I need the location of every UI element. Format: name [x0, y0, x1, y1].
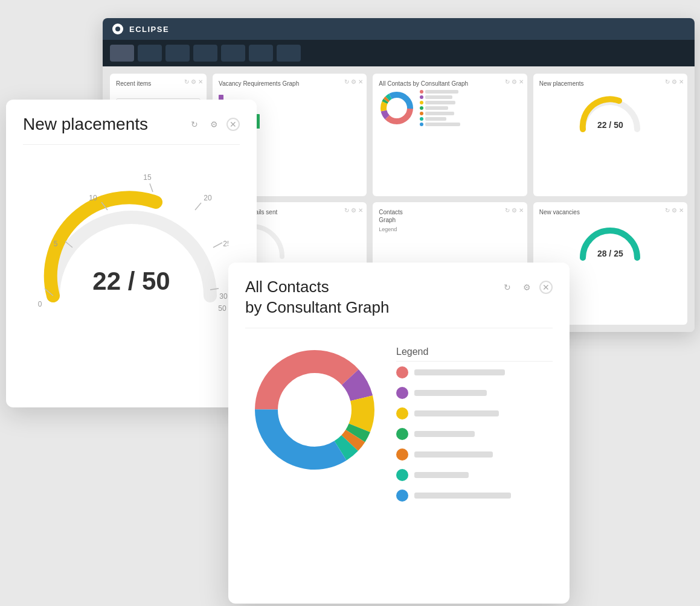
toolbar-btn-home[interactable]: [110, 45, 134, 62]
contacts-donut-area: [245, 340, 384, 479]
toolbar-btn-1[interactable]: [138, 45, 162, 62]
close-icon[interactable]: ✕: [519, 207, 524, 214]
contacts-mini-body: [379, 90, 521, 126]
legend-item-6: [396, 469, 553, 481]
widget-icons: ↻ ⚙ ✕: [665, 207, 684, 214]
legend-dot-5: [396, 448, 408, 461]
legend-bar-2: [414, 390, 487, 396]
widget-icons: ↻ ⚙ ✕: [344, 78, 363, 85]
mini-donut-svg: [379, 90, 415, 126]
close-icon[interactable]: ✕: [679, 207, 684, 214]
legend-bar-6: [414, 472, 469, 478]
legend-bar-1: [414, 369, 505, 375]
placements-gauge-wrapper: 0 5 10 15 20 25 30 50 22 / 50: [35, 157, 228, 314]
legend-bar-7: [414, 493, 511, 499]
widget-icons: ↻ ⚙ ✕: [344, 207, 363, 214]
svg-line-16: [195, 203, 201, 210]
widget-new-placements-mini: ↻ ⚙ ✕ New placements 22 / 50: [533, 74, 687, 196]
legend-bar-3: [414, 410, 499, 416]
svg-line-14: [150, 183, 153, 192]
vacancy-title: Vacancy Requirements Graph: [219, 80, 361, 88]
widget-icons: ↻ ⚙ ✕: [505, 78, 524, 85]
legend-dot-6: [396, 469, 408, 481]
contacts-mini-title: All Contacts by Consultant Graph: [379, 80, 521, 88]
legend-item-5: [420, 112, 460, 115]
vacancies-mini-gauge: 28 / 25: [539, 218, 681, 258]
svg-text:50: 50: [218, 304, 226, 313]
widget-icons: ↻ ⚙ ✕: [184, 78, 203, 85]
settings-icon[interactable]: ⚙: [191, 78, 196, 85]
placements-mini-value: 22 / 50: [597, 120, 623, 130]
legend-dot-2: [396, 387, 408, 399]
refresh-icon[interactable]: ↻: [344, 207, 349, 214]
svg-text:30: 30: [219, 292, 228, 301]
contacts-divider: [245, 328, 553, 328]
contacts-close-icon[interactable]: ✕: [539, 281, 553, 294]
contacts-refresh-icon[interactable]: ↻: [501, 281, 514, 294]
contacts-card-title: All Contacts by Consultant Graph: [245, 277, 389, 318]
close-icon[interactable]: ✕: [358, 78, 363, 85]
legend-dot-4: [396, 428, 408, 440]
settings-icon[interactable]: ⚙: [672, 78, 677, 85]
placements-refresh-icon[interactable]: ↻: [188, 118, 201, 131]
placements-close-icon[interactable]: ✕: [226, 118, 240, 131]
settings-icon[interactable]: ⚙: [512, 78, 517, 85]
close-icon[interactable]: ✕: [519, 78, 524, 85]
placements-settings-icon[interactable]: ⚙: [207, 118, 220, 131]
legend-item-1: [420, 90, 460, 94]
contacts-card: All Contacts by Consultant Graph ↻ ⚙ ✕: [228, 263, 570, 604]
contacts-settings-icon[interactable]: ⚙: [520, 281, 533, 294]
contacts-legend-area: Legend: [396, 340, 553, 510]
contacts-card-header: All Contacts by Consultant Graph ↻ ⚙ ✕: [245, 277, 553, 318]
toolbar-btn-3[interactable]: [193, 45, 217, 62]
legend-dot-7: [396, 490, 408, 502]
refresh-icon[interactable]: ↻: [665, 78, 670, 85]
placements-card-header: New placements ↻ ⚙ ✕: [23, 114, 240, 135]
placements-mini-gauge: 22 / 50: [539, 90, 681, 130]
legend-dot-1: [396, 366, 408, 378]
toolbar-btn-4[interactable]: [221, 45, 245, 62]
refresh-icon[interactable]: ↻: [344, 78, 349, 85]
refresh-icon[interactable]: ↻: [184, 78, 189, 85]
settings-icon[interactable]: ⚙: [512, 207, 517, 214]
contacts-donut-svg: [245, 340, 384, 479]
placements-header-icons: ↻ ⚙ ✕: [188, 118, 240, 131]
close-icon[interactable]: ✕: [358, 207, 363, 214]
placements-divider: [23, 144, 240, 145]
app-title: ECLIPSE: [129, 25, 169, 34]
legend-item-2: [420, 95, 460, 99]
legend-item-4: [420, 106, 460, 110]
legend-item-7: [396, 490, 553, 502]
svg-text:10: 10: [89, 194, 97, 202]
settings-icon[interactable]: ⚙: [672, 207, 677, 214]
close-icon[interactable]: ✕: [679, 78, 684, 85]
legend-dot-3: [396, 407, 408, 419]
refresh-icon[interactable]: ↻: [505, 78, 510, 85]
settings-icon[interactable]: ⚙: [351, 78, 356, 85]
widget-icons: ↻ ⚙ ✕: [665, 78, 684, 85]
svg-text:15: 15: [143, 173, 152, 182]
contacts-partial-legend: Legend: [379, 226, 521, 232]
svg-point-7: [388, 99, 406, 117]
refresh-icon[interactable]: ↻: [505, 207, 510, 214]
close-icon[interactable]: ✕: [198, 78, 203, 85]
legend-item-7: [420, 123, 460, 126]
legend-item-2: [396, 387, 553, 399]
legend-bar-4: [414, 431, 475, 437]
legend-item-3: [420, 101, 460, 104]
app-toolbar: [103, 40, 695, 66]
contacts-header-icons: ↻ ⚙ ✕: [501, 281, 553, 294]
widget-contacts-mini: ↻ ⚙ ✕ All Contacts by Consultant Graph: [373, 74, 527, 196]
mini-legend: [420, 90, 460, 126]
svg-text:5: 5: [53, 240, 57, 248]
legend-bar-5: [414, 451, 493, 458]
legend-item-6: [420, 117, 460, 121]
legend-item-3: [396, 407, 553, 419]
toolbar-btn-6[interactable]: [277, 45, 301, 62]
toolbar-btn-2[interactable]: [165, 45, 190, 62]
settings-icon[interactable]: ⚙: [351, 207, 356, 214]
toolbar-btn-5[interactable]: [249, 45, 273, 62]
refresh-icon[interactable]: ↻: [665, 207, 670, 214]
svg-text:25: 25: [223, 240, 228, 248]
placements-card-title: New placements: [23, 114, 148, 135]
